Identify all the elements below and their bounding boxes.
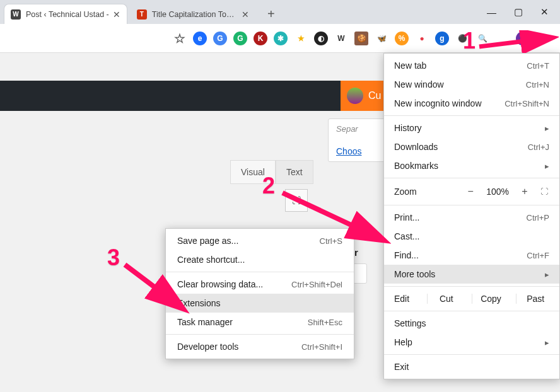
menu-print[interactable]: Print...Ctrl+P <box>384 208 559 227</box>
browser-tab[interactable]: T Title Capitalization Tool - Capitali ✕ <box>130 4 256 24</box>
choose-link[interactable]: Choos <box>336 146 361 156</box>
menu-new-window[interactable]: New windowCtrl+N <box>384 75 559 94</box>
fullscreen-icon[interactable]: ⛶ <box>540 187 553 196</box>
tab-title: Title Capitalization Tool - Capitali <box>152 10 238 19</box>
submenu-dev-tools[interactable]: Developer toolsCtrl+Shift+I <box>166 337 354 356</box>
menu-separator <box>384 286 559 287</box>
menu-label: Task manager <box>177 317 233 327</box>
favicon-icon: T <box>137 9 147 20</box>
chevron-right-icon: ▸ <box>545 161 549 171</box>
menu-label: More tools <box>394 269 435 279</box>
menu-label: Settings <box>394 318 426 328</box>
menu-label: Developer tools <box>177 342 238 352</box>
annotation-arrow-2 <box>277 185 391 248</box>
customize-button[interactable]: Cu <box>341 81 390 111</box>
menu-help[interactable]: Help▸ <box>384 333 559 352</box>
svg-line-0 <box>479 38 551 47</box>
menu-separator <box>384 354 559 355</box>
avatar-icon <box>347 88 363 104</box>
menu-label: Zoom <box>394 187 417 197</box>
extension-icon[interactable]: g <box>435 32 449 45</box>
menu-label: Edit <box>394 294 421 304</box>
menu-new-tab[interactable]: New tabCtrl+T <box>384 56 559 75</box>
extension-icon[interactable]: ◐ <box>314 32 328 45</box>
extension-icon[interactable]: % <box>395 32 409 45</box>
menu-separator <box>384 205 559 205</box>
window-controls: — ▢ ✕ <box>487 0 560 24</box>
svg-line-1 <box>283 193 382 239</box>
menu-incognito[interactable]: New incognito windowCtrl+Shift+N <box>384 94 559 113</box>
extension-icon[interactable]: W <box>334 32 348 45</box>
zoom-in-button[interactable]: + <box>518 186 532 197</box>
shortcut-label: Ctrl+Shift+Del <box>291 280 342 289</box>
paste-button[interactable]: Past <box>516 294 554 304</box>
menu-label: New incognito window <box>394 98 482 108</box>
shortcut-label: Ctrl+Shift+I <box>301 342 342 352</box>
extension-icon[interactable]: ✱ <box>274 32 288 45</box>
annotation-arrow-1 <box>477 30 559 53</box>
copy-button[interactable]: Copy <box>472 294 510 304</box>
bookmark-star-icon[interactable]: ☆ <box>173 32 187 45</box>
menu-more-tools[interactable]: More tools▸ <box>384 265 559 284</box>
chevron-right-icon: ▸ <box>545 338 549 347</box>
menu-exit[interactable]: Exit <box>384 357 559 376</box>
shortcut-label: Shift+Esc <box>308 318 342 327</box>
shortcut-label: Ctrl+F <box>527 251 549 260</box>
menu-separator <box>384 115 559 116</box>
tab-title: Post ‹ Technical Ustad - <box>26 10 109 19</box>
menu-find[interactable]: Find...Ctrl+F <box>384 246 559 265</box>
submenu-clear-data[interactable]: Clear browsing data...Ctrl+Shift+Del <box>166 275 354 294</box>
tab-strip: W Post ‹ Technical Ustad - ✕ T Title Cap… <box>0 0 560 24</box>
menu-separator <box>384 311 559 311</box>
menu-cast[interactable]: Cast... <box>384 227 559 246</box>
menu-history[interactable]: History▸ <box>384 118 559 137</box>
extension-icon[interactable]: G <box>213 32 227 45</box>
chevron-right-icon: ▸ <box>545 270 549 279</box>
menu-label: Print... <box>394 212 419 222</box>
submenu-create-shortcut[interactable]: Create shortcut... <box>166 250 354 269</box>
shortcut-label: Ctrl+Shift+N <box>505 99 549 108</box>
extension-icon[interactable]: e <box>193 32 207 45</box>
menu-label: Find... <box>394 250 419 260</box>
extension-icon[interactable]: 🍪 <box>354 32 368 45</box>
close-window-button[interactable]: ✕ <box>540 6 549 18</box>
browser-tab[interactable]: W Post ‹ Technical Ustad - ✕ <box>4 4 127 24</box>
zoom-out-button[interactable]: − <box>464 186 477 197</box>
cut-button[interactable]: Cut <box>427 294 465 304</box>
menu-label: Downloads <box>394 142 438 152</box>
favicon-icon: W <box>11 9 21 20</box>
shortcut-label: Ctrl+T <box>527 61 549 71</box>
shortcut-label: Ctrl+P <box>527 213 549 222</box>
maximize-button[interactable]: ▢ <box>514 6 523 18</box>
menu-label: Bookmarks <box>394 161 438 171</box>
menu-label: New window <box>394 79 444 89</box>
annotation-marker-1: 1 <box>463 28 475 54</box>
menu-settings[interactable]: Settings <box>384 314 559 333</box>
menu-separator <box>166 272 354 272</box>
new-tab-button[interactable]: + <box>262 5 280 23</box>
menu-bookmarks[interactable]: Bookmarks▸ <box>384 156 559 175</box>
extension-icon[interactable]: 🦋 <box>375 32 388 45</box>
submenu-extensions[interactable]: Extensions <box>166 294 354 313</box>
close-tab-icon[interactable]: ✕ <box>113 9 120 20</box>
menu-label: New tab <box>394 61 426 71</box>
extension-icon[interactable]: G <box>233 32 247 45</box>
zoom-level: 100% <box>486 187 509 197</box>
chevron-right-icon: ▸ <box>545 124 549 133</box>
submenu-task-manager[interactable]: Task managerShift+Esc <box>166 313 354 331</box>
menu-label: Cast... <box>394 231 419 241</box>
menu-downloads[interactable]: DownloadsCtrl+J <box>384 137 559 156</box>
extension-icon[interactable]: K <box>254 32 267 45</box>
menu-zoom: Zoom − 100% + ⛶ <box>384 181 559 202</box>
extension-icon[interactable]: ● <box>415 32 429 45</box>
text-tab[interactable]: Text <box>276 160 313 184</box>
menu-label: History <box>394 123 422 133</box>
shortcut-label: Ctrl+J <box>528 142 549 152</box>
shortcut-label: Ctrl+N <box>526 80 549 89</box>
close-tab-icon[interactable]: ✕ <box>242 9 249 20</box>
chrome-main-menu: New tabCtrl+T New windowCtrl+N New incog… <box>383 53 560 379</box>
extension-icon[interactable]: ★ <box>294 32 308 45</box>
minimize-button[interactable]: — <box>487 7 496 18</box>
customize-label: Cu <box>368 90 381 101</box>
annotation-marker-3: 3 <box>107 245 120 271</box>
